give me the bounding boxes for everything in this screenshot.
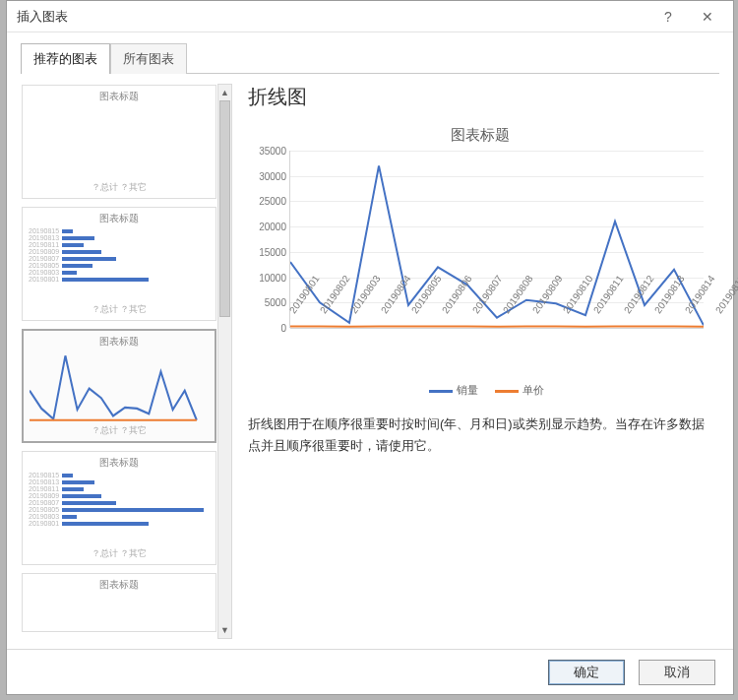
x-tick-label: 20190815 (713, 274, 738, 316)
thumbnail-plot: 20190815 20190813 20190811 20190809 2019… (29, 227, 210, 303)
scrollbar-track[interactable] (218, 100, 231, 622)
tab-all-charts[interactable]: 所有图表 (110, 43, 187, 74)
chart-description: 折线图用于在顺序很重要时按时间(年、月和日)或类别显示趋势。当存在许多数据点并且… (246, 414, 713, 457)
chart-title: 图表标题 (252, 126, 707, 145)
legend-swatch-2 (495, 390, 519, 393)
chart-thumbnail-bar-2[interactable]: 图表标题 20190815 20190813 20190811 20190809… (22, 451, 216, 565)
thumbnail-list[interactable]: 图表标题 (21, 84, 217, 639)
legend-label-2: 单价 (523, 384, 544, 396)
y-tick-label: 20000 (253, 222, 286, 232)
preview-panel: 折线图 图表标题 0500010000150002000025000300003… (240, 84, 719, 639)
scroll-up-icon[interactable]: ▲ (218, 85, 231, 100)
chart-thumbnail-line[interactable]: 图表标题 ？总计 ？其它 (22, 329, 216, 443)
thumbnails-panel: 图表标题 (21, 84, 232, 639)
legend-swatch-1 (429, 390, 453, 393)
y-tick-label: 10000 (253, 272, 286, 283)
dialog-content: 图表标题 (7, 74, 733, 649)
tab-strip: 推荐的图表 所有图表 (7, 32, 733, 73)
y-tick-label: 30000 (253, 170, 286, 181)
chart-thumbnail-column-2[interactable]: 图表标题 (22, 573, 216, 632)
thumbnail-plot: 20190815 20190813 20190811 20190809 2019… (29, 472, 210, 547)
dialog-title: 插入图表 (17, 8, 648, 26)
dialog-footer: 确定 取消 (7, 649, 733, 694)
chart-legend: 销量 单价 (252, 383, 707, 398)
thumbnail-title: 图表标题 (29, 578, 210, 592)
help-button[interactable]: ? (648, 3, 688, 31)
cancel-button[interactable]: 取消 (639, 660, 715, 685)
thumbnail-plot (30, 350, 209, 424)
chart-x-axis: 2019080120190802201908032019080420190805… (283, 309, 709, 368)
chart-thumbnail-bar[interactable]: 图表标题 20190815 20190813 20190811 20190809… (22, 207, 216, 321)
thumbnail-title: 图表标题 (30, 335, 209, 349)
y-tick-label: 15000 (253, 246, 286, 257)
thumbnail-caption: ？总计 ？其它 (30, 424, 209, 437)
ok-button[interactable]: 确定 (548, 660, 625, 685)
close-button[interactable]: ✕ (688, 3, 727, 31)
thumbnail-title: 图表标题 (29, 212, 210, 225)
thumbnail-caption: ？总计 ？其它 (29, 547, 210, 560)
thumbnail-title: 图表标题 (29, 90, 210, 103)
chart-thumbnail-column[interactable]: 图表标题 (22, 85, 216, 199)
tab-recommended[interactable]: 推荐的图表 (21, 43, 110, 74)
thumbnail-caption: ？总计 ？其它 (29, 303, 210, 316)
y-tick-label: 5000 (253, 297, 286, 308)
legend-label-1: 销量 (457, 384, 478, 396)
chart-type-heading: 折线图 (248, 84, 713, 110)
chart-plot-area: 05000100001500020000250003000035000 (289, 151, 704, 328)
scrollbar-thumb[interactable] (219, 100, 230, 317)
y-tick-label: 0 (253, 323, 286, 334)
thumbnail-title: 图表标题 (29, 456, 210, 470)
y-tick-label: 35000 (253, 146, 286, 157)
titlebar: 插入图表 ? ✕ (7, 1, 733, 32)
chart-preview[interactable]: 图表标题 05000100001500020000250003000035000… (246, 118, 713, 404)
thumbnail-plot (29, 105, 210, 181)
thumbnail-plot (29, 594, 210, 627)
thumbnail-scrollbar[interactable]: ▲ ▼ (217, 84, 232, 639)
thumbnail-caption: ？总计 ？其它 (29, 181, 210, 194)
y-tick-label: 25000 (253, 196, 286, 207)
scroll-down-icon[interactable]: ▼ (218, 622, 231, 638)
insert-chart-dialog: 插入图表 ? ✕ 推荐的图表 所有图表 图表标题 (6, 0, 734, 695)
